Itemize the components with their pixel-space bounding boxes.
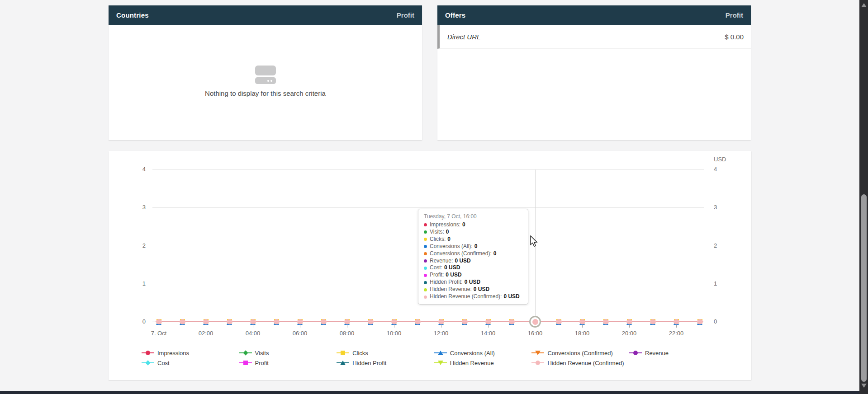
legend-label[interactable]: Impressions — [157, 350, 189, 356]
data-point-marker[interactable] — [297, 319, 303, 325]
legend-label[interactable]: Conversions (Confirmed) — [547, 350, 613, 356]
bottom-bar — [0, 391, 868, 394]
tooltip-row-conversions-all: Conversions (All):0 — [424, 243, 522, 250]
marker-hidden-revenue-confirmed-layer — [415, 319, 421, 324]
marker-hidden-revenue-confirmed-layer — [180, 319, 185, 324]
y-axis-label-left-4: 4 — [122, 166, 146, 173]
countries-panel-title: Countries — [116, 11, 149, 19]
tooltip-dot-hidden-revenue-confirmed — [424, 296, 427, 299]
marker-hidden-revenue-confirmed-layer — [509, 319, 515, 324]
data-point-marker[interactable] — [415, 319, 421, 325]
legend-item-hidden-revenue-confirmed[interactable]: Hidden Revenue (Confirmed) — [531, 359, 624, 366]
offers-panel-header: Offers Profit — [437, 5, 751, 25]
tooltip-dot-impressions — [424, 223, 427, 226]
marker-hidden-revenue-confirmed-layer — [485, 319, 491, 324]
legend-item-conversions-all[interactable]: Conversions (All) — [434, 349, 495, 356]
legend-label[interactable]: Profit — [255, 360, 269, 366]
legend-label[interactable]: Conversions (All) — [450, 350, 495, 356]
tooltip-row-cost: Cost:0 USD — [424, 264, 522, 272]
tooltip-row-hidden-profit: Hidden Profit:0 USD — [424, 279, 522, 286]
x-axis-label-18-00: 18:00 — [568, 330, 597, 337]
tooltip-row-hidden-revenue-confirmed: Hidden Revenue (Confirmed):0 USD — [424, 293, 522, 300]
offer-name[interactable]: Direct URL — [447, 33, 480, 41]
legend-label[interactable]: Hidden Revenue — [450, 360, 494, 366]
data-point-marker[interactable] — [603, 319, 609, 325]
countries-panel-header: Countries Profit — [109, 5, 422, 25]
offer-profit-value: $ 0.00 — [725, 33, 744, 41]
tooltip-dot-hidden-revenue — [424, 288, 427, 291]
tooltip-row-visits: Visits:0 — [424, 229, 522, 236]
legend-item-hidden-profit[interactable]: Hidden Profit — [337, 359, 386, 366]
diamond-icon — [243, 350, 248, 355]
data-point-marker[interactable] — [697, 319, 703, 325]
scroll-down-icon[interactable] — [861, 384, 867, 388]
legend-label[interactable]: Revenue — [645, 350, 669, 356]
data-point-marker[interactable] — [626, 319, 632, 325]
tooltip-label: Profit: — [430, 272, 444, 279]
legend-label[interactable]: Hidden Profit — [352, 360, 386, 366]
scrollbar[interactable] — [859, 0, 868, 394]
scroll-up-icon[interactable] — [861, 3, 867, 7]
legend-label[interactable]: Visits — [255, 350, 269, 356]
legend-marker-revenue — [629, 350, 642, 356]
data-point-marker[interactable] — [203, 319, 209, 325]
tooltip-dot-conversions-confirmed — [424, 252, 427, 255]
tooltip-label: Hidden Revenue: — [430, 286, 472, 293]
countries-metric-header[interactable]: Profit — [397, 11, 414, 19]
tooltip-label: Hidden Revenue (Confirmed): — [430, 293, 502, 300]
data-point-marker[interactable] — [650, 319, 656, 325]
data-point-marker[interactable] — [344, 319, 350, 325]
tooltip-dot-profit — [424, 274, 427, 277]
tooltip-row-profit: Profit:0 USD — [424, 272, 522, 279]
legend-item-clicks[interactable]: Clicks — [337, 349, 368, 356]
data-point-marker[interactable] — [321, 319, 327, 325]
legend-label[interactable]: Hidden Revenue (Confirmed) — [547, 360, 624, 366]
legend-marker-visits — [239, 350, 252, 356]
legend-label[interactable]: Cost — [157, 360, 170, 366]
data-point-marker[interactable] — [180, 319, 185, 325]
y-axis-label-left-0: 0 — [122, 318, 146, 325]
tooltip-value: 0 USD — [446, 272, 461, 279]
data-point-marker[interactable] — [227, 319, 232, 325]
legend-marker-hidden-profit — [337, 360, 349, 366]
tooltip-dot-visits — [424, 230, 427, 234]
tooltip-value: 0 USD — [503, 293, 519, 300]
marker-hidden-revenue-confirmed-layer — [438, 319, 444, 324]
circle-icon — [536, 361, 540, 365]
data-point-marker[interactable] — [509, 319, 515, 325]
data-point-marker[interactable] — [438, 319, 444, 325]
data-point-marker[interactable] — [156, 319, 162, 325]
tooltip-label: Visits: — [430, 229, 444, 236]
data-point-marker[interactable] — [462, 319, 468, 325]
offers-metric-header[interactable]: Profit — [726, 11, 743, 19]
x-axis-label-14-00: 14:00 — [474, 330, 503, 337]
data-point-marker[interactable] — [391, 319, 397, 325]
legend-label[interactable]: Clicks — [352, 350, 368, 356]
data-point-marker[interactable] — [250, 319, 256, 325]
data-point-marker[interactable] — [556, 319, 562, 325]
legend-marker-hidden-revenue-confirmed — [531, 360, 544, 366]
offer-row-direct-url[interactable]: Direct URL $ 0.00 — [437, 25, 751, 49]
legend-item-revenue[interactable]: Revenue — [629, 349, 669, 356]
legend-item-hidden-revenue[interactable]: Hidden Revenue — [434, 359, 494, 366]
scrollbar-thumb[interactable] — [861, 194, 867, 382]
data-point-marker[interactable] — [368, 319, 374, 325]
hovered-data-point[interactable] — [529, 316, 541, 328]
legend-item-conversions-confirmed[interactable]: Conversions (Confirmed) — [531, 349, 613, 356]
legend-item-profit[interactable]: Profit — [239, 359, 269, 366]
circle-icon — [633, 351, 638, 355]
tooltip-label: Revenue: — [430, 258, 453, 265]
tooltip-dot-hidden-profit — [424, 281, 427, 284]
legend-item-impressions[interactable]: Impressions — [142, 349, 189, 356]
legend-item-visits[interactable]: Visits — [239, 349, 269, 356]
y-axis-label-left-3: 3 — [122, 204, 146, 211]
data-point-marker[interactable] — [579, 319, 585, 325]
marker-hidden-revenue-confirmed-layer — [674, 319, 679, 324]
data-point-marker[interactable] — [274, 319, 280, 325]
mouse-cursor-icon — [530, 235, 539, 248]
legend-item-cost[interactable]: Cost — [142, 359, 170, 366]
card-stack-icon-bottom — [255, 77, 276, 84]
data-point-marker[interactable] — [674, 319, 679, 325]
x-axis-label-08-00: 08:00 — [332, 330, 361, 337]
data-point-marker[interactable] — [485, 319, 491, 325]
